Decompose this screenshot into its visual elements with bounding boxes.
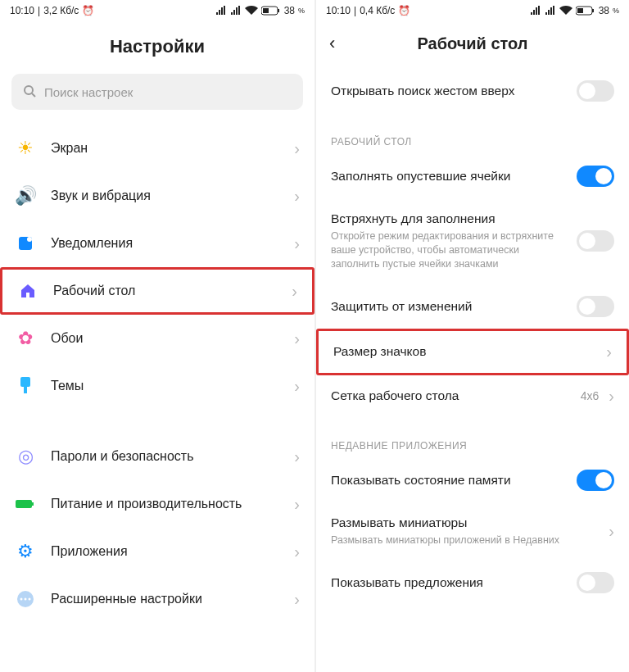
section-home-screen: РАБОЧИЙ СТОЛ [316,113,629,154]
toggle-mem-state[interactable] [577,470,614,491]
item-security[interactable]: ◎ Пароли и безопасность › [0,433,314,480]
item-home-screen[interactable]: Рабочий стол › [0,267,314,315]
row-label: Сетка рабочего стола [331,388,571,403]
row-grid[interactable]: Сетка рабочего стола 4x6 › [316,375,629,417]
chevron-right-icon: › [294,447,300,466]
brush-icon [15,375,36,397]
row-sub: Откройте режим редактирования и встряхни… [331,229,567,271]
item-notifications[interactable]: Уведомления › [0,220,314,267]
notifications-icon [15,233,36,254]
chevron-right-icon: › [609,387,614,406]
toggle-fill-empty[interactable] [577,166,614,187]
svg-point-12 [20,598,23,601]
row-label: Показывать состояние памяти [331,473,567,488]
battery-pct-unit: % [298,7,305,15]
row-label: Открывать поиск жестом вверх [331,84,567,98]
toggle-shake[interactable] [577,230,614,252]
row-label: Защитить от изменений [331,299,567,314]
item-label: Экран [51,141,279,156]
status-speed: 3,2 Кб/с [43,5,79,16]
signal-icon [230,6,242,16]
chevron-right-icon: › [294,234,300,253]
statusbar: 10:10 | 0,4 Кб/с ⏰ 38 % [316,0,629,21]
item-label: Приложения [51,544,279,559]
svg-rect-7 [20,377,30,387]
chevron-right-icon: › [294,495,300,514]
chevron-right-icon: › [294,543,300,561]
item-wallpaper[interactable]: ✿ Обои › [0,315,314,362]
battery-pct: 38 [284,5,295,16]
svg-point-13 [25,598,27,601]
search-input[interactable]: Поиск настроек [11,74,303,110]
section-recent-apps: НЕДАВНИЕ ПРИЛОЖЕНИЯ [316,417,629,458]
item-label: Пароли и безопасность [51,449,279,464]
home-icon [17,280,38,302]
chevron-right-icon: › [294,377,300,396]
chevron-right-icon: › [609,522,614,541]
flower-icon: ✿ [15,328,36,349]
svg-rect-10 [32,502,34,506]
row-mem-state[interactable]: Показывать состояние памяти [316,458,629,502]
home-screen-pane: 10:10 | 0,4 Кб/с ⏰ 38 % ‹ Рабочий стол [314,0,629,672]
page-title: Настройки [0,21,314,74]
item-more[interactable]: Расширенные настройки › [0,575,314,623]
row-suggest[interactable]: Показывать предложения [316,561,629,605]
item-sound[interactable]: 🔊 Звук и вибрация › [0,172,314,220]
alarm-icon: ⏰ [82,5,94,16]
alarm-icon: ⏰ [398,5,410,16]
battery-pct: 38 [599,5,609,16]
toggle-open-search[interactable] [577,80,614,102]
row-label: Встряхнуть для заполнения [331,211,567,226]
sun-icon: ☀ [15,138,36,159]
wifi-icon [559,6,572,16]
chevron-right-icon: › [294,329,300,348]
item-display[interactable]: ☀ Экран › [0,125,314,172]
battery-icon [15,493,36,515]
item-themes[interactable]: Темы › [0,362,314,410]
sound-icon: 🔊 [15,185,36,207]
svg-point-6 [27,237,32,242]
item-label: Расширенные настройки [51,592,279,606]
item-label: Уведомления [51,236,279,251]
row-label: Заполнять опустевшие ячейки [331,169,567,184]
chevron-right-icon: › [294,187,300,206]
more-icon [15,588,36,610]
svg-rect-8 [24,387,27,393]
status-time: 10:10 [326,5,351,16]
search-icon [23,84,36,100]
wifi-icon [245,6,258,16]
svg-rect-16 [577,8,583,13]
row-open-search[interactable]: Открывать поиск жестом вверх [316,69,629,113]
row-shake[interactable]: Встряхнуть для заполнения Откройте режим… [316,198,629,284]
toggle-protect[interactable] [577,296,614,317]
svg-point-3 [25,86,33,94]
item-apps[interactable]: ⚙ Приложения › [0,528,314,575]
signal-icon [530,6,541,16]
status-divider: | [38,5,40,16]
status-divider: | [354,5,356,16]
status-time: 10:10 [10,5,34,16]
item-battery[interactable]: Питание и производительность › [0,480,314,528]
row-fill-empty[interactable]: Заполнять опустевшие ячейки [316,154,629,198]
chevron-right-icon: › [292,282,297,301]
svg-line-4 [32,93,35,97]
row-protect[interactable]: Защитить от изменений [316,284,629,329]
signal-icon [545,6,556,16]
row-icon-size[interactable]: Размер значков › [316,329,629,375]
search-placeholder: Поиск настроек [44,85,133,99]
row-sub: Размывать миниатюры приложений в Недавни… [331,534,599,547]
item-label: Обои [51,331,279,346]
status-speed: 0,4 Кб/с [360,5,395,16]
chevron-right-icon: › [294,139,300,158]
row-label: Размывать миниатюры [331,515,599,530]
settings-list: ☀ Экран › 🔊 Звук и вибрация › Уведомлени… [0,125,314,623]
row-label: Размер значков [333,344,596,359]
battery-icon [576,6,595,16]
item-label: Питание и производительность [51,497,279,511]
chevron-right-icon: › [294,590,300,609]
toggle-suggest[interactable] [577,572,614,593]
svg-rect-17 [592,9,594,12]
row-value: 4x6 [581,389,600,402]
row-blur[interactable]: Размывать миниатюры Размывать миниатюры … [316,502,629,561]
chevron-right-icon: › [606,343,612,361]
